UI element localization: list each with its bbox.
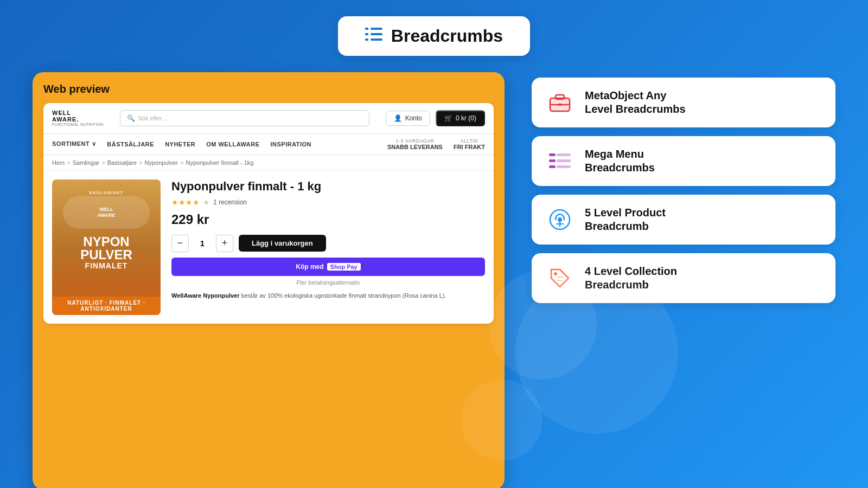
suitcase-icon <box>548 91 572 114</box>
svg-rect-13 <box>549 159 556 162</box>
account-icon: 👤 <box>394 114 402 122</box>
product-tag: EKOLOGISKT <box>90 190 124 195</box>
nav-about[interactable]: OM WELLAWARE <box>206 141 259 147</box>
svg-rect-11 <box>549 153 556 156</box>
cart-button[interactable]: 🛒 0 kr (0) <box>436 110 485 126</box>
breadcrumb-bastsaljare[interactable]: Bastsaljare <box>107 159 137 166</box>
feature-card-5level[interactable]: 5 Level ProductBreadcrumb <box>532 195 835 245</box>
breadcrumb-samlingar[interactable]: Samlingar <box>73 159 100 166</box>
mega-menu-icon-wrap <box>545 146 575 176</box>
nav-inspiration[interactable]: INSPIRATION <box>270 141 311 147</box>
delivery-info: 1-3 VARDAGAR SNABB LEVERANS ALLTID FRI F… <box>387 138 485 150</box>
5level-label: 5 Level ProductBreadcrumb <box>585 206 666 233</box>
search-icon: 🔍 <box>127 114 135 122</box>
product-description: WellAware Nyponpulver består av 100% eko… <box>171 291 485 300</box>
browser-frame: WELL AWARE. FUNCTIONAL NUTRITION 🔍 Sök e… <box>43 103 494 324</box>
product-name-img: NYPONPULVER <box>80 235 132 261</box>
breadcrumb-current: Nyponpulver finmalt - 1kg <box>186 159 254 166</box>
qty-decrease-button[interactable]: − <box>171 235 189 252</box>
rating-count: 1 recension <box>213 198 247 206</box>
product-rating: ★★★★★ 1 recension <box>171 198 485 207</box>
cart-icon: 🛒 <box>444 114 452 122</box>
svg-rect-4 <box>371 38 382 41</box>
browser-nav: SORTIMENT ∨ BÄSTSÄLJARE NYHETER OM WELLA… <box>43 134 494 155</box>
bg-decoration-2 <box>488 271 597 380</box>
list-icon <box>365 27 382 46</box>
mega-menu-label: Mega MenuBreadcrumbs <box>585 147 655 175</box>
metaobject-label: MetaObject AnyLevel Breadcrumbs <box>585 89 686 116</box>
add-to-cart-button[interactable]: Lägg i varukorgen <box>239 235 326 252</box>
svg-rect-3 <box>365 33 368 35</box>
nav-links: SORTIMENT ∨ BÄSTSÄLJARE NYHETER OM WELLA… <box>52 140 311 147</box>
delivery-free: ALLTID FRI FRAKT <box>454 138 485 150</box>
bg-decoration-3 <box>461 380 542 461</box>
svg-rect-0 <box>371 28 382 30</box>
product-bottom-band: NATURLIGT · FINMALET · ANTIOXIDANTER <box>52 297 161 315</box>
nav-news[interactable]: NYHETER <box>165 141 195 147</box>
nav-bestsellers[interactable]: BÄSTSÄLJARE <box>107 141 154 147</box>
feature-card-metaobject[interactable]: MetaObject AnyLevel Breadcrumbs <box>532 78 835 127</box>
product-image-area: 🔍 EKOLOGISKT WELLAWARE NYPONPULVER FINMA… <box>52 179 161 315</box>
product-brand-badge: WELLAWARE <box>63 196 150 229</box>
web-preview-container: Web preview WELL AWARE. FUNCTIONAL NUTRI… <box>33 72 505 488</box>
main-content: Web preview WELL AWARE. FUNCTIONAL NUTRI… <box>0 67 868 488</box>
product-title: Nyponpulver finmalt - 1 kg <box>171 179 485 194</box>
qty-value: 1 <box>194 239 210 248</box>
breadcrumb-home[interactable]: Hem <box>52 159 65 166</box>
shop-pay-button[interactable]: Köp med Shop Pay <box>171 258 485 276</box>
header-card: Breadcrumbs <box>338 16 530 56</box>
account-button[interactable]: 👤 Konto <box>386 111 430 126</box>
5level-icon-wrap <box>545 204 575 235</box>
quantity-row: − 1 + Lägg i varukorgen <box>171 235 485 252</box>
shop-pay-logo: Shop Pay <box>327 263 361 271</box>
delivery-speed: 1-3 VARDAGAR SNABB LEVERANS <box>387 138 443 150</box>
browser-actions: 👤 Konto 🛒 0 kr (0) <box>386 110 485 126</box>
qty-increase-button[interactable]: + <box>216 235 233 252</box>
product-details: Nyponpulver finmalt - 1 kg ★★★★★ 1 recen… <box>171 179 485 315</box>
svg-rect-14 <box>557 159 571 162</box>
svg-rect-16 <box>557 165 571 168</box>
page-header: Breadcrumbs <box>0 0 868 67</box>
search-bar[interactable]: 🔍 Sök efter... <box>120 110 369 126</box>
svg-rect-15 <box>549 165 556 168</box>
nav-sortiment[interactable]: SORTIMENT ∨ <box>52 140 96 147</box>
web-preview-label: Web preview <box>43 83 494 95</box>
search-placeholder: Sök efter... <box>138 115 167 121</box>
product-subtitle-img: FINMALET <box>85 261 128 270</box>
breadcrumb-nyponpulver[interactable]: Nyponpulver <box>145 159 178 166</box>
page-title: Breadcrumbs <box>391 26 503 46</box>
svg-rect-10 <box>558 104 562 106</box>
star-rating: ★★★★ <box>171 198 200 207</box>
svg-rect-2 <box>371 33 382 35</box>
product-icon <box>548 208 572 232</box>
product-area: 🔍 EKOLOGISKT WELLAWARE NYPONPULVER FINMA… <box>43 171 494 324</box>
feature-card-mega-menu[interactable]: Mega MenuBreadcrumbs <box>532 136 835 186</box>
svg-rect-8 <box>556 95 564 99</box>
menu-icon <box>548 149 572 173</box>
product-price: 229 kr <box>171 212 485 227</box>
product-image: EKOLOGISKT WELLAWARE NYPONPULVER FINMALE… <box>52 179 161 315</box>
metaobject-icon-wrap <box>545 87 575 118</box>
brand-logo: WELL AWARE. FUNCTIONAL NUTRITION <box>52 110 104 127</box>
svg-rect-1 <box>365 28 368 30</box>
more-payment-options[interactable]: Fler betalningsalternativ <box>171 279 485 286</box>
svg-rect-5 <box>365 38 368 41</box>
breadcrumb-nav: Hem > Samlingar > Bastsaljare > Nyponpul… <box>43 155 494 171</box>
browser-top-bar: WELL AWARE. FUNCTIONAL NUTRITION 🔍 Sök e… <box>43 103 494 134</box>
svg-rect-12 <box>557 153 571 156</box>
